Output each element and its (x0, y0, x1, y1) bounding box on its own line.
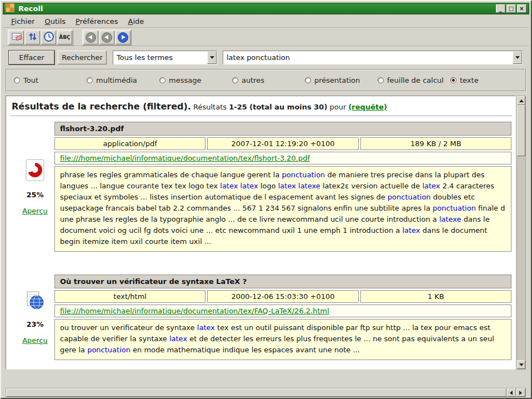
highlighted-term: ponctuation (433, 204, 476, 212)
maximize-button[interactable]: □ (506, 4, 516, 13)
results-horizontal-scrollbar[interactable] (6, 388, 526, 397)
result-mime: text/html (54, 290, 205, 303)
menu-mnemonic: P (76, 17, 80, 26)
vertical-scroll-thumb[interactable] (517, 105, 525, 156)
results-range: 1-25 (total au moins 30) (229, 103, 327, 111)
result-url-row: file:///home/michael/informatique/docume… (54, 305, 511, 317)
radio-circle (14, 77, 20, 83)
menu-label: ide (133, 17, 144, 26)
term-explorer-button[interactable]: ÂBÇ (57, 31, 72, 44)
horizontal-scroll-thumb[interactable] (6, 388, 506, 397)
preview-link[interactable]: Aperçu (22, 336, 48, 345)
radio-circle (305, 77, 311, 83)
menu-label: utils (51, 17, 66, 26)
toolbar-nav-group (82, 29, 132, 46)
first-page-icon (86, 32, 96, 43)
result-title: flshort-3.20.pdf (54, 122, 511, 136)
filter-radio-presentation[interactable]: présentation (305, 76, 378, 84)
scroll-right-button[interactable] (516, 388, 525, 397)
prev-page-button[interactable] (99, 31, 114, 44)
result-date: 2000-12-06 15:03:30 +0100 (207, 290, 358, 303)
filter-radio-texte[interactable]: texte (450, 76, 479, 84)
query-history-dropdown-button[interactable] (513, 51, 522, 64)
result-url-link[interactable]: file:///home/michael/informatique/docume… (60, 307, 329, 315)
clear-search-button[interactable] (9, 31, 24, 44)
result-title: Où trouver un vérificateur de syntaxe La… (54, 275, 511, 288)
query-combobox[interactable] (223, 51, 523, 64)
results-area: Résultats de la recherche (filtered). Ré… (6, 96, 516, 370)
history-button[interactable] (41, 31, 56, 44)
result-url-link[interactable]: file:///home/michael/informatique/docume… (60, 154, 310, 162)
radio-circle (450, 77, 456, 83)
vertical-scroll-track[interactable] (517, 105, 525, 360)
menu-label: références (80, 17, 118, 26)
menu-label: ichier (15, 17, 35, 26)
result-date: 2007-12-01 12:19:20 +0100 (207, 137, 358, 150)
results-vertical-scrollbar[interactable] (516, 96, 526, 370)
next-page-icon (118, 32, 128, 43)
menu-preferences[interactable]: Préférences (71, 16, 123, 27)
result-side-panel: 23% Aperçu (16, 275, 54, 360)
search-button[interactable]: Rechercher (58, 51, 107, 64)
filter-radio-autres[interactable]: autres (232, 76, 305, 84)
highlighted-term: latex (402, 226, 420, 235)
chevron-down-icon (210, 56, 214, 59)
result-meta-row: application/pdf 2007-12-01 12:19:20 +010… (54, 137, 511, 150)
result-mime: application/pdf (54, 137, 205, 150)
first-page-button[interactable] (83, 31, 98, 44)
toolbar-tools-group: ÂBÇ (8, 29, 73, 46)
filter-radio-tout[interactable]: Tout (14, 76, 87, 84)
radio-label: autres (242, 76, 264, 84)
minimize-button[interactable]: _ (496, 4, 505, 13)
result-item: 25% Aperçu flshort-3.20.pdf application/… (16, 122, 511, 252)
result-abstract: ou trouver un verificateur de syntaxe la… (54, 319, 511, 360)
highlighted-term: latex latex (220, 182, 258, 190)
highlighted-term: latex latexe (278, 182, 320, 190)
scroll-left-button[interactable] (506, 388, 516, 397)
results-title: Résultats de la recherche (filtered). (12, 101, 191, 112)
result-size: 189 KB / 2 MB (360, 137, 511, 150)
clock-icon (43, 31, 54, 44)
menu-fichier[interactable]: Fichier (6, 16, 40, 27)
radio-circle (232, 77, 238, 83)
scroll-up-button[interactable] (517, 96, 525, 105)
scroll-down-button[interactable] (517, 360, 525, 369)
search-mode-select[interactable]: Tous les termes (113, 51, 217, 64)
clear-button[interactable]: Effacer (9, 51, 54, 64)
filter-radio-feuille-de-calcul[interactable]: feuille de calcul (378, 76, 450, 84)
highlighted-term: latexe (439, 215, 461, 223)
menu-outils[interactable]: Outils (40, 16, 71, 27)
arrow-left-icon (510, 391, 513, 395)
title-bar[interactable]: Recoll _ □ × (3, 3, 529, 14)
search-mode-dropdown-button[interactable] (207, 51, 217, 64)
menu-aide[interactable]: Aide (123, 16, 149, 27)
category-filter-panel: Tout multimédia message autres présentat… (6, 69, 526, 92)
relevance-percent: 25% (26, 191, 43, 199)
highlighted-term: ponctuation (388, 193, 431, 201)
chevron-down-icon (515, 56, 520, 59)
result-abstract: phrase les regles grammaticales de chaqu… (54, 166, 511, 252)
sort-params-button[interactable] (25, 31, 40, 44)
pdf-icon (25, 159, 45, 183)
filter-radio-multimedia[interactable]: multimédia (87, 76, 159, 84)
result-meta-row: text/html 2000-12-06 15:03:30 +0100 1 KB (54, 290, 511, 303)
results-connector: pour (329, 103, 346, 111)
search-input[interactable] (223, 51, 513, 64)
result-detail: flshort-3.20.pdf application/pdf 2007-12… (54, 122, 511, 252)
relevance-percent: 23% (26, 320, 43, 328)
query-link[interactable]: (requête) (348, 103, 387, 111)
radio-label: texte (460, 76, 479, 84)
highlighted-term: latex (422, 182, 440, 190)
sort-arrows-icon (27, 31, 38, 44)
window-controls: _ □ × (496, 4, 526, 13)
close-button[interactable]: × (517, 4, 526, 13)
next-page-button[interactable] (116, 31, 131, 44)
radio-label: Tout (23, 76, 38, 84)
preview-link[interactable]: Aperçu (22, 207, 48, 215)
highlighted-term: ponctuation (87, 346, 131, 354)
results-divider (11, 116, 512, 116)
results-count-label: Résultats (193, 103, 227, 111)
filter-radio-message[interactable]: message (159, 76, 232, 84)
term-explorer-icon: ÂBÇ (59, 34, 70, 40)
highlighted-term: latex (197, 323, 215, 332)
